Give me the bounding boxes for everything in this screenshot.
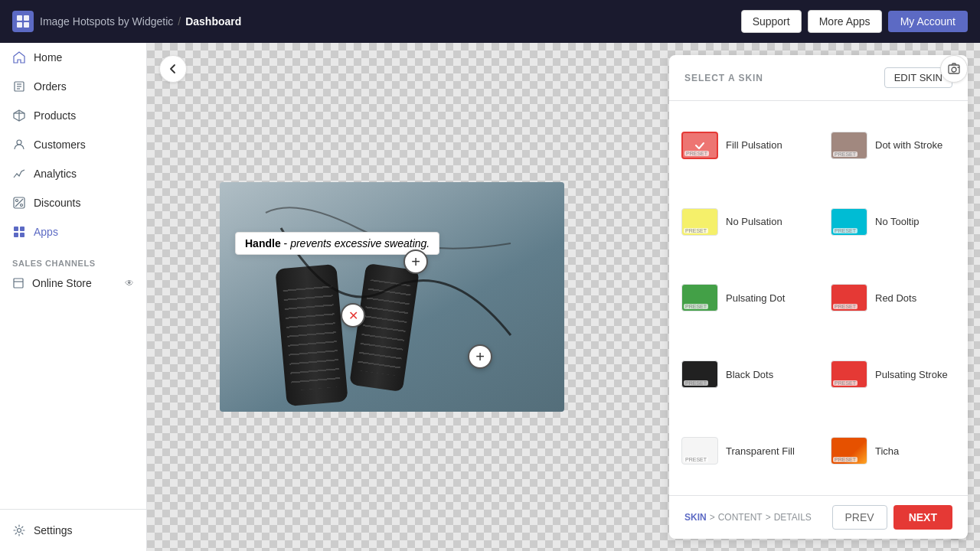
svg-point-11 [17,140,21,145]
back-button[interactable] [159,55,187,83]
skin-option-no-pulsation[interactable]: PRESET No Pulsation [669,184,818,260]
sidebar-item-orders[interactable]: Orders [0,72,146,101]
support-button[interactable]: Support [741,10,802,33]
skin-option-red-dots[interactable]: PRESET Red Dots [818,260,968,337]
breadcrumb: Image Hotspots by Widgetic / Dashboard [40,15,241,28]
skin-label-fill-pulsation: Fill Pulsation [726,139,782,151]
sidebar-item-orders-label: Orders [34,80,67,93]
analytics-icon [12,167,26,181]
orders-icon [12,80,26,93]
svg-rect-3 [24,22,29,28]
tooltip-italic-text: prevents excessive sweating. [290,237,430,249]
step-sep-2: > [766,512,771,523]
app-icon [12,11,34,32]
content-area: Handle - prevents excessive sweating. + … [147,43,980,551]
sales-channels-header: SALES CHANNELS [0,246,146,271]
sidebar-item-analytics-label: Analytics [34,168,77,180]
sidebar-item-analytics[interactable]: Analytics [0,159,146,188]
skin-option-pulsating-dot[interactable]: PRESET Pulsating Dot [669,260,818,337]
sidebar-bottom: Settings [0,509,146,551]
skin-steps: SKIN > CONTENT > DETAILS [684,512,812,523]
skin-label-no-pulsation: No Pulsation [726,216,782,227]
home-icon [12,51,26,64]
settings-icon [12,523,26,537]
tooltip-bold-text: Handle [245,237,281,249]
skin-option-fill-pulsation[interactable]: PRESET Fill Pulsation [669,107,818,184]
svg-point-22 [18,529,21,533]
svg-rect-17 [20,227,24,231]
hotspot-image [220,182,564,412]
skin-swatch-red-dots: PRESET [831,284,867,311]
svg-rect-2 [17,22,22,28]
skin-swatch-pulsating-dot: PRESET [681,284,718,311]
sidebar-item-settings[interactable]: Settings [0,516,146,545]
svg-rect-18 [14,233,18,237]
skin-option-transparent-fill[interactable]: PRESET Transparent Fill [669,412,818,489]
screenshot-button[interactable] [940,55,968,83]
my-account-button[interactable]: My Account [888,11,968,32]
tooltip-dash: - [284,237,291,249]
prev-button[interactable]: PREV [832,505,887,530]
step-details: DETAILS [774,512,812,523]
products-icon [12,109,26,122]
hotspot-x-1[interactable]: ✕ [341,303,365,328]
step-content: CONTENT [718,512,763,523]
sidebar-item-home[interactable]: Home [0,43,146,72]
sidebar-item-home-label: Home [34,51,62,64]
online-store-icon [12,277,24,289]
breadcrumb-app-name: Image Hotspots by Widgetic [40,15,173,28]
skin-label-ticha: Ticha [875,445,899,457]
step-sep-1: > [710,512,715,523]
skin-swatch-black-dots: PRESET [681,360,718,388]
svg-point-24 [952,67,956,72]
skin-option-dot-with-stroke[interactable]: PRESET Dot with Stroke [818,107,968,184]
skin-swatch-dot-with-stroke: PRESET [831,132,867,159]
top-nav-right: Support More Apps My Account [741,10,968,33]
skin-label-no-tooltip: No Tooltip [875,216,920,227]
sidebar-item-apps-label: Apps [34,226,58,238]
settings-label: Settings [34,524,73,536]
sidebar-item-online-store[interactable]: Online Store 👁 [0,271,146,295]
customers-icon [12,138,26,152]
skin-panel-footer: SKIN > CONTENT > DETAILS PREV NEXT [669,495,968,539]
footer-buttons: PREV NEXT [832,505,952,530]
skin-option-no-tooltip[interactable]: PRESET No Tooltip [818,184,968,260]
sidebar-item-products-label: Products [34,109,76,122]
svg-rect-1 [24,15,29,21]
sidebar-item-discounts-label: Discounts [34,197,80,209]
skin-panel-title: SELECT A SKIN [684,73,763,83]
skin-panel-header: SELECT A SKIN EDIT SKIN [669,55,968,101]
skin-label-black-dots: Black Dots [726,369,773,380]
svg-rect-0 [17,15,22,21]
breadcrumb-separator: / [178,15,181,28]
next-button[interactable]: NEXT [893,505,952,530]
step-skin: SKIN [684,512,707,523]
skin-option-pulsating-stroke[interactable]: PRESET Pulsating Stroke [818,336,968,412]
skin-swatch-fill-pulsation: PRESET [681,132,718,159]
skin-swatch-transparent-fill: PRESET [681,437,718,465]
skin-label-red-dots: Red Dots [875,292,916,304]
hotspot-plus-1[interactable]: + [403,249,428,274]
sidebar-item-discounts[interactable]: Discounts [0,188,146,217]
skin-swatch-no-pulsation: PRESET [681,208,718,236]
discounts-icon [12,196,26,210]
hotspot-plus-2[interactable]: + [468,344,492,369]
skin-panel: SELECT A SKIN EDIT SKIN PRESET Fill Puls… [669,55,968,539]
online-store-label: Online Store [32,277,92,289]
skin-grid: PRESET Fill Pulsation PRESET Dot with St… [669,101,968,495]
svg-point-13 [21,204,23,207]
breadcrumb-current-page: Dashboard [185,15,241,28]
skin-option-ticha[interactable]: PRESET Ticha [818,412,968,489]
sidebar-item-customers[interactable]: Customers [0,130,146,159]
online-store-visibility-icon: 👁 [125,278,134,289]
svg-rect-16 [14,227,18,231]
skin-label-dot-with-stroke: Dot with Stroke [875,139,942,151]
skin-option-black-dots[interactable]: PRESET Black Dots [669,336,818,412]
sidebar-item-products[interactable]: Products [0,101,146,130]
skin-label-pulsating-stroke: Pulsating Stroke [875,369,948,380]
apps-icon [12,225,26,239]
skin-swatch-no-tooltip: PRESET [831,208,867,236]
more-apps-button[interactable]: More Apps [808,10,882,33]
skin-label-pulsating-dot: Pulsating Dot [726,292,785,304]
sidebar-item-apps[interactable]: Apps [0,217,146,246]
